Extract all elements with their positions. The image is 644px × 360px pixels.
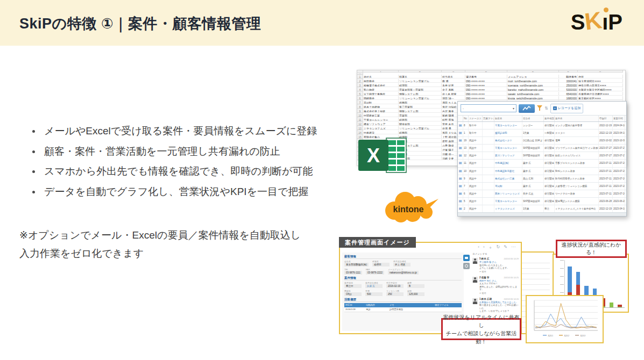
comment-button[interactable] <box>463 255 470 261</box>
field-value-link[interactable]: 久保 広 <box>365 284 383 288</box>
callout-share-line1: 案件状況をリアルタイムに共有し <box>443 313 520 329</box>
field-value: 03-9876-2222 <box>366 271 384 275</box>
record-cell: 8 <box>463 122 469 129</box>
field-row: 会社名東京西国際物流(株)部署名経理部先方担当者名井上 理恵 <box>344 260 462 267</box>
record-col-header: No <box>463 116 469 121</box>
comment-bubble-icon <box>465 257 468 259</box>
record-cell: 10 <box>463 168 469 175</box>
excel-cell: 岡崎商会 <box>363 96 399 100</box>
record-cell: 保守開発 <box>544 145 555 152</box>
case-nav-icon[interactable]: ↻ <box>497 244 500 250</box>
record-cell: 7 <box>463 183 469 190</box>
activity-header-row: 対応日活動内容メモ添付ファイル <box>344 303 462 307</box>
record-cell: 保守開発 <box>544 198 555 205</box>
record-cell: 2023-07-11 <box>599 160 613 167</box>
record-row[interactable]: ▤2商談中ミヤタシステムズ1営業受注ミヤタシステムズ_スキ十案件仮申込2022-… <box>458 205 626 213</box>
comment-date: 2015/1/16 14:20 <box>504 298 519 301</box>
bar-segment <box>610 303 614 307</box>
record-cell <box>483 198 494 205</box>
record-cell: 商談中 <box>469 183 483 190</box>
comment-author: 2 佐藤 学 <box>479 276 490 279</box>
excel-cell: ソリューション営業グル <box>399 79 442 83</box>
excel-row-number: 11 <box>357 118 363 121</box>
record-cell: 2023-07-27 <box>599 145 613 152</box>
reply-link[interactable]: ↩ 返信 <box>479 292 519 294</box>
record-doc-icon: ▤ <box>458 198 463 205</box>
record-row[interactable]: ▤9商談中株式会社シバ工業高山 広和保守開発販売時間管理システム改修2023-0… <box>458 175 626 183</box>
add-record-button[interactable]: + レコードを追加 <box>550 104 584 113</box>
record-col-header: 案件名 <box>555 116 599 121</box>
field-value: 井上 理恵 <box>393 263 411 267</box>
field-row: TEL03-9876-1111FAX03-9876-2222メールアドレスnak… <box>344 268 462 275</box>
excel-col-letter: D <box>465 70 507 73</box>
record-row[interactable]: ▤6商談中岡本ソリューションズ長井 広志保守開発ワークフロー改修2023-07-… <box>458 190 626 198</box>
record-cell: ブラウザシステム案件発注/サイン改修/課題設計/稼働レビュー/開発 <box>555 145 599 152</box>
case-nav-icon[interactable]: ✎ <box>504 244 507 250</box>
excel-row-number: 14 <box>357 131 363 134</box>
record-cell: 受注 <box>544 205 555 212</box>
excel-cell: 千葉コールセンター <box>363 118 399 121</box>
history-button[interactable] <box>463 263 470 269</box>
excel-cell: 2500000 <box>559 83 578 87</box>
excel-cell: 草刈館 <box>363 100 399 104</box>
record-cell: ミヤタシステムズ <box>494 205 522 212</box>
case-nav-icon[interactable]: › <box>483 244 485 250</box>
record-cell <box>483 145 494 152</box>
field: TEL03-9876-1111 <box>344 268 362 275</box>
record-row[interactable]: ▤5商談中千葉コールセンターSKP開発技術部保守開発開発電話システム構築2023… <box>458 198 626 205</box>
record-row[interactable]: ▤1取引中服部記念院1営業一般開発テスター2022-12-192023-04-1… <box>458 129 626 137</box>
record-col-header: ステータス <box>469 116 483 121</box>
record-row[interactable]: ▤11商談中中島建設(株)藤井 広保守開発手配プロセスシステム改修2023-07… <box>458 160 626 167</box>
record-doc-icon: ▤ <box>458 122 463 129</box>
record-row[interactable]: ▤12商談中森川ソフトウェアSKP開発技術部保守開発顧客システム/プレイス202… <box>458 152 626 160</box>
record-row[interactable]: ▤19商談中株式会社ハタケ(社)高山様 10月まで保守開発運用2023-10-0… <box>458 137 626 145</box>
field: 案件状況受注中 <box>344 282 362 288</box>
excel-cell: ミヤタシステムズ <box>363 126 399 130</box>
field: ライセンス数250 <box>386 290 404 296</box>
excel-col-letter: B <box>399 70 442 73</box>
reply-link[interactable]: ↩ 返信 <box>479 270 519 273</box>
field: 金額125,000 <box>407 290 424 296</box>
case-nav-icon[interactable]: ⋯ <box>511 244 515 250</box>
record-cell <box>483 122 494 129</box>
case-nav-icon[interactable]: ＋ <box>489 244 493 250</box>
excel-row: 2秋田商会ソリューション営業グル森 博090-××××-××××mori_jur… <box>357 79 625 83</box>
record-cell: 2023-07-27 13:18 <box>613 145 625 152</box>
record-cell: 保守開発 <box>544 160 555 167</box>
record-cell: 人材管理ソリューション構築 <box>555 183 599 190</box>
legend-label: 系列2 <box>564 334 570 337</box>
view-select[interactable]: - ▾ <box>461 104 516 112</box>
record-doc-icon: ▤ <box>458 205 463 212</box>
slide: SkiPの特徴 ①｜案件・顧客情報管理 SKıP メールやExcelで受け取る案… <box>0 0 644 360</box>
excel-row-number: 3 <box>357 83 363 87</box>
activity-header-cell: 活動内容 <box>365 303 388 307</box>
excel-cell: 6540000 <box>559 92 578 96</box>
record-cell: 1営業 <box>522 129 544 136</box>
excel-row-number: 10 <box>357 113 363 117</box>
record-cell: 保守開発 <box>544 183 555 190</box>
record-row[interactable]: ▤10商談中中島建設販売新社藤井 広保守開発防犯システム改修2023-07-11… <box>458 168 626 175</box>
comment-author: 5 鈴木 広 <box>479 257 490 260</box>
comment-action-link[interactable]: コメントする <box>472 253 519 255</box>
record-doc-icon: ▤ <box>458 145 463 152</box>
filter-icon[interactable] <box>537 105 542 111</box>
section-title-case: 案件情報 <box>344 276 462 280</box>
record-cell: 商談中 <box>469 190 483 197</box>
record-col-header <box>458 116 463 121</box>
record-row[interactable]: ▤8取引中千葉コールセンターシンガー保守開発インクジ開発の案件管理2022-12… <box>458 122 626 129</box>
record-cell: 服部記念院 <box>494 129 522 136</box>
case-nav-icon[interactable]: ‹ <box>478 244 479 250</box>
case-side-buttons <box>463 255 470 269</box>
graph-button[interactable] <box>519 104 535 113</box>
record-row[interactable]: ▤13商談中千葉コールセンターSKP開発技術部保守開発ブラウザシステム案件発注/… <box>458 145 626 152</box>
record-cell: インクジ開発の案件管理 <box>555 122 599 129</box>
field: 単価500 <box>365 290 383 296</box>
record-col-header: 登録日 <box>599 116 613 121</box>
field-value: 03-9876-1111 <box>344 271 362 275</box>
record-doc-icon: ▤ <box>458 175 463 182</box>
record-row[interactable]: ▤7商談中草刈館藤井 広保守開発人材管理ソリューション構築2023-07-112… <box>458 183 626 190</box>
comment-date: 2015/1/16 14:29 <box>504 257 519 261</box>
record-cell: 保守開発 <box>544 137 555 144</box>
excel-cell: kaneko_maho@example.com <box>507 88 559 91</box>
sort-icon[interactable]: ⇅ <box>544 104 548 113</box>
